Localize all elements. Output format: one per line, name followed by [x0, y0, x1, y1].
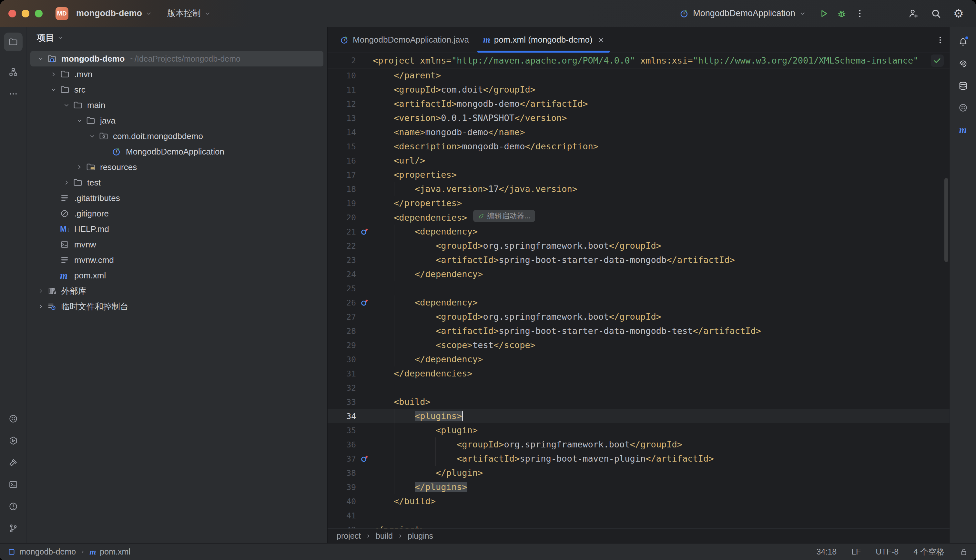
- run-button[interactable]: [815, 5, 833, 23]
- maven-tool-button[interactable]: m: [954, 120, 973, 139]
- more-actions-button[interactable]: [851, 5, 869, 23]
- caret-position[interactable]: 34:18: [817, 547, 837, 557]
- code-line-14[interactable]: 14 <name>mongodb-demo</name>: [328, 125, 949, 139]
- code-line-37[interactable]: 37 <artifactId>spring-boot-maven-plugin<…: [328, 452, 949, 466]
- code-line-35[interactable]: 35 <plugin>: [328, 423, 949, 437]
- tree-item[interactable]: .gitattributes: [27, 190, 327, 206]
- code-line-29[interactable]: 29 <scope>test</scope>: [328, 338, 949, 352]
- endpoints-tool-button[interactable]: [954, 98, 973, 117]
- debug-button[interactable]: [833, 5, 851, 23]
- structure-tool-button[interactable]: [4, 63, 23, 81]
- tree-item[interactable]: src: [27, 82, 327, 97]
- breadcrumb-item[interactable]: build: [376, 531, 393, 541]
- code-line-18[interactable]: 18 <java.version>17</java.version>: [328, 182, 949, 196]
- code-line-22[interactable]: 22 <groupId>org.springframework.boot</gr…: [328, 239, 949, 253]
- minimize-window-button[interactable]: [22, 10, 29, 17]
- services-tool-button[interactable]: [4, 431, 23, 450]
- code-line-21[interactable]: 21 <dependency>: [328, 225, 949, 239]
- chevron-down-icon[interactable]: [76, 117, 83, 124]
- code-line-30[interactable]: 30 </dependency>: [328, 352, 949, 367]
- code-line-20[interactable]: 20 <dependencies>编辑启动器...: [328, 210, 949, 225]
- code-line-38[interactable]: 38 </plugin>: [328, 466, 949, 480]
- tree-item[interactable]: java: [27, 113, 327, 128]
- code-line-40[interactable]: 40 </build>: [328, 494, 949, 508]
- code-line-32[interactable]: 32: [328, 381, 949, 395]
- code-line-15[interactable]: 15 <description>mongodb-demo</descriptio…: [328, 139, 949, 153]
- line-separator[interactable]: LF: [851, 547, 861, 557]
- tree-item[interactable]: .mvn: [27, 67, 327, 82]
- code-line-16[interactable]: 16 <url/>: [328, 153, 949, 168]
- tab-options-kebab[interactable]: [935, 35, 945, 45]
- project-panel-header[interactable]: 项目: [27, 27, 327, 48]
- tree-item[interactable]: main: [27, 97, 327, 113]
- code-line-24[interactable]: 24 </dependency>: [328, 267, 949, 281]
- chevron-down-icon[interactable]: [37, 55, 44, 62]
- maven-dependency-gutter-icon[interactable]: [360, 454, 369, 463]
- breadcrumb-item[interactable]: plugins: [408, 531, 433, 541]
- tree-item[interactable]: resources: [27, 159, 327, 175]
- dependencies-tool-button[interactable]: [4, 409, 23, 428]
- project-tool-button[interactable]: [4, 33, 23, 51]
- tree-item[interactable]: 外部库: [27, 283, 327, 299]
- code-line-28[interactable]: 28 <artifactId>spring-boot-starter-data-…: [328, 324, 949, 338]
- notifications-button[interactable]: [954, 33, 973, 51]
- more-tools-button[interactable]: [4, 85, 23, 103]
- edit-starters-chip[interactable]: 编辑启动器...: [473, 210, 535, 222]
- tree-item[interactable]: mvnw: [27, 237, 327, 252]
- tree-item[interactable]: test: [27, 175, 327, 190]
- indent-style[interactable]: 4 个空格: [913, 547, 944, 557]
- version-control-tool-button[interactable]: [4, 519, 23, 538]
- tree-item[interactable]: m pom.xml: [27, 268, 327, 283]
- editor-tab[interactable]: MongodbDemoApplication.java: [333, 27, 476, 53]
- tree-item[interactable]: com.doit.mongodbdemo: [27, 128, 327, 144]
- database-tool-button[interactable]: [954, 77, 973, 95]
- code-line-31[interactable]: 31 </dependencies>: [328, 367, 949, 381]
- tree-item[interactable]: mvnw.cmd: [27, 252, 327, 268]
- lock-open-icon[interactable]: [959, 547, 968, 557]
- code-with-me-user-plus-button[interactable]: [904, 5, 923, 23]
- code-line-19[interactable]: 19 </properties>: [328, 196, 949, 210]
- code-line-34[interactable]: 34 <plugins>: [328, 409, 949, 423]
- code-line-42[interactable]: 42 </project>: [328, 523, 949, 528]
- tree-item[interactable]: mongodb-demo ~/IdeaProjects/mongodb-demo: [27, 51, 327, 67]
- close-window-button[interactable]: [8, 10, 16, 17]
- project-switcher[interactable]: mongodb-demo: [73, 6, 155, 21]
- chevron-right-icon[interactable]: [50, 71, 57, 78]
- run-configuration[interactable]: MongodbDemoApplication: [679, 8, 806, 18]
- chevron-right-icon[interactable]: [37, 303, 44, 310]
- chevron-down-icon[interactable]: [50, 86, 57, 93]
- search-everywhere-button[interactable]: [927, 5, 945, 23]
- code-line-39[interactable]: 39 </plugins>: [328, 480, 949, 494]
- build-tool-button[interactable]: [4, 453, 23, 472]
- code-line-25[interactable]: 25: [328, 281, 949, 295]
- problems-tool-button[interactable]: [4, 497, 23, 516]
- vertical-scrollbar[interactable]: [944, 178, 948, 262]
- code-viewport[interactable]: 10 </parent> 11 <groupId>com.doit</group…: [328, 68, 949, 528]
- code-line-23[interactable]: 23 <artifactId>spring-boot-starter-data-…: [328, 253, 949, 267]
- code-line-33[interactable]: 33 <build>: [328, 395, 949, 409]
- inspections-ok-widget[interactable]: [931, 55, 944, 67]
- editor-tab[interactable]: m pom.xml (mongodb-demo) ×: [476, 27, 611, 53]
- ai-assistant-button[interactable]: [954, 55, 973, 73]
- code-line-41[interactable]: 41: [328, 508, 949, 523]
- code-line-11[interactable]: 11 <groupId>com.doit</groupId>: [328, 83, 949, 97]
- terminal-tool-button[interactable]: [4, 475, 23, 494]
- chevron-right-icon[interactable]: [37, 287, 44, 295]
- tree-item[interactable]: MongodbDemoApplication: [27, 144, 327, 159]
- code-line-26[interactable]: 26 <dependency>: [328, 295, 949, 310]
- maven-dependency-gutter-icon[interactable]: [360, 298, 369, 307]
- tree-item[interactable]: 临时文件和控制台: [27, 299, 327, 314]
- tree-item[interactable]: .gitignore: [27, 206, 327, 221]
- code-line-12[interactable]: 12 <artifactId>mongodb-demo</artifactId>: [328, 97, 949, 111]
- file-encoding[interactable]: UTF-8: [876, 547, 899, 557]
- code-line-17[interactable]: 17 <properties>: [328, 168, 949, 182]
- code-line-27[interactable]: 27 <groupId>org.springframework.boot</gr…: [328, 310, 949, 324]
- gradient-sphere-button[interactable]: [954, 519, 973, 538]
- maven-dependency-gutter-icon[interactable]: [360, 227, 369, 236]
- vcs-menu[interactable]: 版本控制: [164, 5, 214, 22]
- code-line-36[interactable]: 36 <groupId>org.springframework.boot</gr…: [328, 437, 949, 452]
- settings-gear-button[interactable]: ⚙: [949, 5, 968, 23]
- breadcrumb-item[interactable]: project: [337, 531, 361, 541]
- zoom-window-button[interactable]: [35, 10, 43, 17]
- chevron-down-icon[interactable]: [63, 102, 70, 109]
